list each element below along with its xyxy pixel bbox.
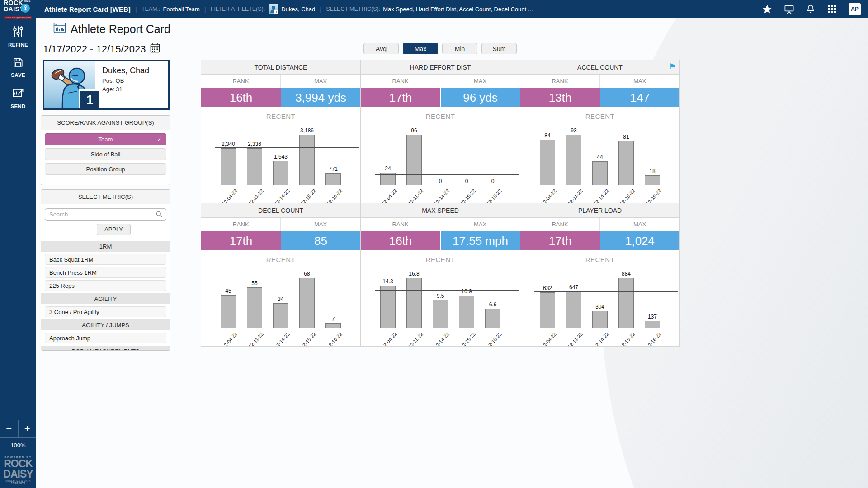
score-rank-header: SCORE/RANK AGAINST GROUP(S) xyxy=(41,116,170,130)
logo-person-icon xyxy=(21,4,30,13)
x-tick: 12-15-22 xyxy=(618,187,634,203)
agg-button-max[interactable]: Max xyxy=(403,43,438,54)
bar xyxy=(221,148,236,185)
report-title: Athlete Report Card [WEB] xyxy=(44,5,131,13)
date-range-picker[interactable]: 1/17/2022 - 12/15/2023 xyxy=(43,42,160,56)
metric-section-header: 1RM xyxy=(41,241,170,252)
agg-button-min[interactable]: Min xyxy=(442,43,477,54)
brand-subtitle: ANALYTICS & DATA PRODUCTS xyxy=(0,480,36,484)
bar-value-label: 0 xyxy=(491,178,495,184)
metric-item[interactable]: 225 Reps xyxy=(45,280,166,291)
recent-bar-chart: RECENT 455534687 12-04-2212-11-2212-14-2… xyxy=(201,250,360,347)
bar xyxy=(406,135,422,185)
sidebar-item-label: REFINE xyxy=(8,42,28,47)
main-content: Athlete Report Card 1/17/2022 - 12/15/20… xyxy=(36,18,868,488)
metric-item[interactable]: 3 Cone / Pro Agility xyxy=(45,306,166,317)
bar-slot: 9.5 xyxy=(433,293,448,328)
jersey-number: 1 xyxy=(79,89,99,108)
agg-button-sum[interactable]: Sum xyxy=(481,43,517,54)
recent-bar-chart: RECENT 8493448118 12-04-2212-11-2212-14-… xyxy=(520,107,679,203)
group-button-position-group[interactable]: Position Group xyxy=(45,163,166,175)
average-reference-line xyxy=(215,296,359,296)
screen-share-icon[interactable] xyxy=(783,4,794,14)
x-tick: 12-14-22 xyxy=(592,187,608,203)
x-tick: 12-04-22 xyxy=(221,330,236,347)
search-input[interactable] xyxy=(45,208,166,221)
bar-value-label: 304 xyxy=(595,304,604,310)
bar-value-label: 93 xyxy=(571,127,576,134)
metric-item[interactable]: Back Squat 1RM xyxy=(45,254,166,265)
bar-slot: 10.9 xyxy=(459,288,474,328)
agg-button-avg[interactable]: Avg xyxy=(363,43,399,54)
bar xyxy=(566,291,581,328)
apply-button[interactable]: APPLY xyxy=(97,224,131,235)
bar-slot: 1,543 xyxy=(273,154,288,185)
sidebar-item-save[interactable]: SAVE xyxy=(11,56,25,78)
group-button-team[interactable]: Team✓ xyxy=(45,133,166,145)
bar xyxy=(645,321,660,328)
chart-plot: 2,3402,3361,5433,186771 xyxy=(201,127,360,185)
metric-card: MAX SPEED ⚑ RANK MAX 16th 17.55 mph RECE… xyxy=(360,203,520,347)
bar xyxy=(618,141,634,185)
calendar-icon xyxy=(150,42,160,56)
profile-badge[interactable]: AP xyxy=(849,3,861,15)
flag-icon[interactable]: ⚑ xyxy=(669,62,676,71)
metric-card-title: TOTAL DISTANCE xyxy=(255,64,307,71)
rank-value: 13th xyxy=(520,88,600,107)
metric-card: TOTAL DISTANCE ⚑ RANK MAX 16th 3,994 yds… xyxy=(201,60,361,203)
metric-item[interactable]: Bench Press 1RM xyxy=(45,267,166,278)
zoom-in-button[interactable]: + xyxy=(19,420,37,437)
bar xyxy=(540,140,555,185)
bar-value-label: 0 xyxy=(439,178,442,184)
app-grid-icon[interactable] xyxy=(827,4,838,14)
x-tick: 12-04-22 xyxy=(540,330,555,347)
metric-cards-grid: TOTAL DISTANCE ⚑ RANK MAX 16th 3,994 yds… xyxy=(201,60,679,347)
recent-label: RECENT xyxy=(520,113,679,120)
bar-value-label: 18 xyxy=(649,168,655,174)
score-rank-panel: SCORE/RANK AGAINST GROUP(S) Team✓Side of… xyxy=(41,115,170,185)
athlete-name: Dukes, Chad xyxy=(102,66,149,75)
x-tick: 12-11-22 xyxy=(566,187,581,203)
max-column-header: MAX xyxy=(600,75,679,88)
sidebar-item-send[interactable]: SEND xyxy=(10,87,25,109)
x-tick: 12-16-22 xyxy=(485,330,500,347)
bar xyxy=(618,278,634,328)
x-tick: 12-14-22 xyxy=(592,330,608,347)
x-tick: 12-14-22 xyxy=(433,330,448,347)
metric-card-title: HARD EFFORT DIST xyxy=(410,64,471,71)
x-tick: 12-15-22 xyxy=(299,330,315,347)
chart-plot: 2496000 xyxy=(361,127,520,185)
bell-icon[interactable] xyxy=(805,4,816,14)
metric-card-title: DECEL COUNT xyxy=(258,207,303,214)
max-column-header: MAX xyxy=(600,218,679,231)
separator: | xyxy=(135,5,137,13)
bar-slot: 68 xyxy=(299,271,315,328)
sidebar-item-refine[interactable]: REFINE xyxy=(8,25,28,47)
floppy-icon xyxy=(12,56,24,70)
x-tick: 12-14-22 xyxy=(273,330,288,347)
bar-slot: 34 xyxy=(273,296,288,328)
group-button-side-of-ball[interactable]: Side of Ball xyxy=(45,148,166,160)
athlete-card[interactable]: 1 Dukes, Chad Pos: QB Age: 31 xyxy=(43,60,170,110)
metric-card: ACCEL COUNT ⚑ RANK MAX 13th 147 RECENT 8… xyxy=(520,60,680,203)
bar-slot: 0 xyxy=(433,178,448,185)
x-tick: 12-11-22 xyxy=(247,330,262,347)
bar-slot: 6.6 xyxy=(485,301,500,328)
topbar-icons: AP xyxy=(762,3,861,15)
top-bar: ROCKAMS DAISY Athlete Management System … xyxy=(0,0,868,18)
bar-slot: 93 xyxy=(566,127,581,185)
bar-slot: 44 xyxy=(592,154,608,185)
bar-slot: 24 xyxy=(380,165,396,185)
average-reference-line xyxy=(375,174,519,175)
bar-slot: 96 xyxy=(406,127,422,185)
powered-by-logo: POWERED BY ROCK DAISY ANALYTICS & DATA P… xyxy=(0,453,36,488)
bar-slot: 771 xyxy=(326,166,341,185)
metric-item[interactable]: Approach Jump xyxy=(45,333,166,343)
star-icon[interactable] xyxy=(762,4,773,14)
bar-value-label: 84 xyxy=(544,132,550,139)
average-reference-line xyxy=(534,150,678,150)
zoom-out-button[interactable]: − xyxy=(0,420,19,437)
rank-column-header: RANK xyxy=(520,75,600,88)
bar xyxy=(592,161,608,185)
logo-tagline: Athlete Management System xyxy=(4,16,32,19)
